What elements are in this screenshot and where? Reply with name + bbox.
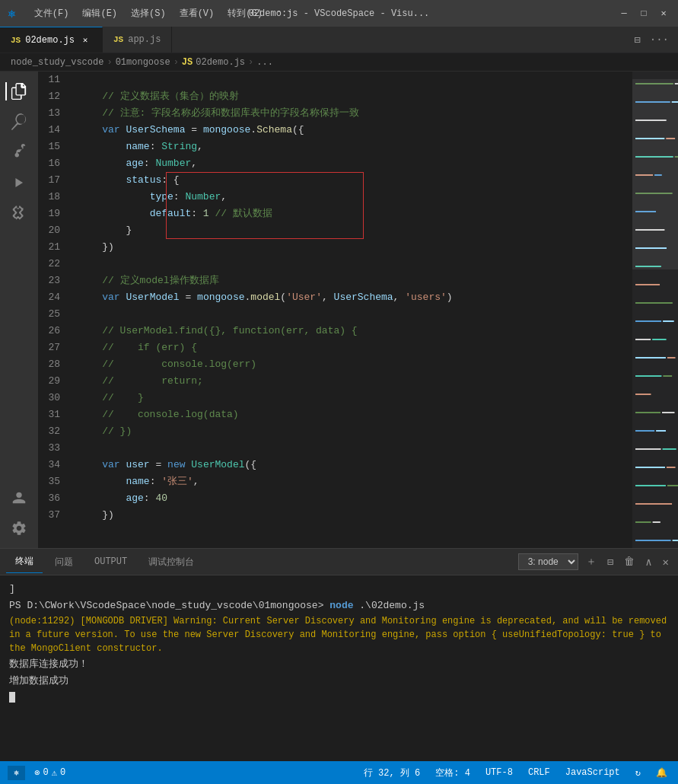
line-content-15: name: String, [72, 139, 632, 155]
code-editor[interactable]: 1112 // 定义数据表（集合）的映射13 // 注意: 字段名称必须和数据库… [38, 72, 632, 548]
menu-file[interactable]: 文件(F) [28, 4, 75, 23]
terminal-split-button[interactable]: ⊟ [604, 553, 616, 572]
terminal-add-button[interactable]: ＋ [583, 552, 600, 572]
activity-search-icon[interactable] [5, 108, 33, 135]
line-content-17: status: { [72, 172, 632, 189]
code-line-19: 19 default: 1 // 默认数据 [38, 206, 632, 222]
remote-indicator[interactable]: ⎈ [8, 766, 25, 780]
window-title: 02demo.js - VScodeSpace - Visu... [249, 8, 430, 19]
line-content-21: }) [72, 239, 632, 256]
terminal-tab-problems[interactable]: 问题 [46, 551, 82, 573]
minimap [632, 72, 678, 548]
terminal-panel: 终端 问题 OUTPUT 调试控制台 3: node ＋ ⊟ 🗑 ∧ ✕ ]PS… [0, 548, 678, 761]
close-button[interactable]: ✕ [657, 7, 670, 21]
more-actions-button[interactable]: ··· [647, 30, 672, 49]
line-number-20: 20 [38, 222, 72, 239]
language-mode[interactable]: JavaScript [562, 766, 623, 779]
cursor-position[interactable]: 行 32, 列 6 [361, 765, 423, 781]
encoding[interactable]: UTF-8 [482, 766, 516, 779]
line-content-30: // } [72, 390, 632, 406]
breadcrumb: node_study_vscode › 01mongoose › JS 02de… [0, 53, 678, 72]
terminal-tab-output[interactable]: OUTPUT [85, 552, 136, 572]
code-line-11: 11 [38, 72, 632, 88]
code-line-12: 12 // 定义数据表（集合）的映射 [38, 88, 632, 105]
line-number-23: 23 [38, 272, 72, 289]
error-count[interactable]: ⊗ 0 ⚠ 0 [31, 766, 68, 780]
activity-bar [0, 72, 38, 548]
warning-icon: ⚠ [52, 767, 57, 779]
terminal-content[interactable]: ]PS D:\CWork\VScodeSpace\node_study_vsco… [0, 575, 678, 761]
breadcrumb-part-2[interactable]: 01mongoose [116, 57, 170, 68]
code-line-29: 29 // return; [38, 373, 632, 390]
vscode-logo-icon: ⎈ [8, 5, 16, 22]
indentation[interactable]: 空格: 4 [432, 765, 473, 781]
activity-explorer-icon[interactable] [5, 78, 33, 105]
tab-close-02demo[interactable]: ✕ [79, 34, 91, 46]
line-number-15: 15 [38, 139, 72, 155]
breadcrumb-part-1[interactable]: node_study_vscode [11, 57, 103, 68]
code-line-34: 34 var user = new UserModel({ [38, 457, 632, 473]
line-number-19: 19 [38, 206, 72, 222]
line-number-21: 21 [38, 239, 72, 256]
code-line-15: 15 name: String, [38, 139, 632, 155]
code-line-26: 26 // UserModel.find({}, function(err, d… [38, 323, 632, 339]
activity-settings-icon[interactable] [5, 515, 33, 542]
activity-account-icon[interactable] [5, 484, 33, 512]
line-content-36: age: 40 [72, 490, 632, 507]
terminal-tab-debug[interactable]: 调试控制台 [139, 551, 203, 573]
line-number-37: 37 [38, 507, 72, 524]
code-line-36: 36 age: 40 [38, 490, 632, 507]
code-line-27: 27 // if (err) { [38, 339, 632, 356]
status-right: 行 32, 列 6 空格: 4 UTF-8 CRLF JavaScript ↻ … [361, 765, 670, 781]
split-editor-button[interactable]: ⊟ [631, 30, 643, 49]
activity-bottom [5, 484, 33, 542]
line-number-17: 17 [38, 172, 72, 189]
breadcrumb-part-3[interactable]: 02demo.js [196, 57, 245, 68]
sync-icon[interactable]: ↻ [632, 766, 644, 780]
breadcrumb-sep-1: › [107, 57, 112, 68]
line-number-30: 30 [38, 390, 72, 406]
line-content-37: }) [72, 507, 632, 524]
menu-edit[interactable]: 编辑(E) [76, 4, 123, 23]
tab-app[interactable]: JS app.js [103, 27, 172, 53]
terminal-trash-button[interactable]: 🗑 [621, 553, 638, 571]
line-number-29: 29 [38, 373, 72, 390]
minimize-button[interactable]: — [617, 7, 631, 21]
node-selector[interactable]: 3: node [518, 553, 578, 570]
menu-view[interactable]: 查看(V) [173, 4, 221, 23]
breadcrumb-part-4[interactable]: ... [256, 57, 273, 68]
title-bar: ⎈ 文件(F) 编辑(E) 选择(S) 查看(V) 转到(G) ··· 02de… [0, 0, 678, 27]
tab-bar: JS 02demo.js ✕ JS app.js ⊟ ··· [0, 27, 678, 53]
line-number-14: 14 [38, 122, 72, 139]
line-number-11: 11 [38, 72, 72, 88]
tab-label-app: app.js [128, 34, 161, 45]
notification-icon[interactable]: 🔔 [653, 766, 670, 780]
line-number-33: 33 [38, 440, 72, 457]
line-content-29: // return; [72, 373, 632, 390]
activity-run-icon[interactable] [5, 169, 33, 196]
activity-source-control-icon[interactable] [5, 139, 33, 166]
line-content-19: default: 1 // 默认数据 [72, 206, 632, 222]
activity-extensions-icon[interactable] [5, 199, 33, 227]
code-line-32: 32 // }) [38, 423, 632, 440]
menu-select[interactable]: 选择(S) [125, 4, 172, 23]
terminal-line-cursor [9, 690, 669, 705]
code-line-24: 24 var UserModel = mongoose.model('User'… [38, 289, 632, 306]
line-number-24: 24 [38, 289, 72, 306]
line-number-18: 18 [38, 189, 72, 206]
tab-02demo[interactable]: JS 02demo.js ✕ [0, 27, 103, 53]
line-ending[interactable]: CRLF [525, 766, 553, 779]
tab-actions: ⊟ ··· [631, 27, 678, 53]
window-controls: — □ ✕ [617, 7, 670, 21]
maximize-button[interactable]: □ [637, 7, 651, 21]
line-content-20: } [72, 222, 632, 239]
terminal-line-db-success: 数据库连接成功！ [9, 657, 669, 672]
error-icon: ⊗ [34, 767, 40, 779]
warning-count-value: 0 [60, 767, 65, 778]
code-line-31: 31 // console.log(data) [38, 406, 632, 423]
terminal-close-button[interactable]: ✕ [660, 553, 672, 572]
code-line-17: 17 status: { [38, 172, 632, 189]
terminal-collapse-button[interactable]: ∧ [642, 553, 654, 572]
terminal-tab-terminal[interactable]: 终端 [6, 550, 43, 573]
terminal-line-bracket: ] [9, 582, 669, 597]
